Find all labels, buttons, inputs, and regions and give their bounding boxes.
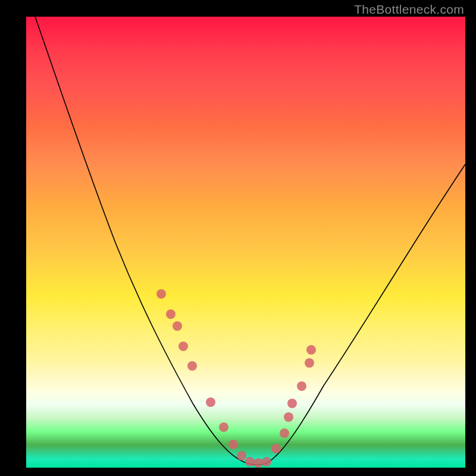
chart-container: TheBottleneck.com — [0, 0, 476, 476]
marker-dot — [219, 422, 228, 432]
marker-dot — [297, 381, 306, 391]
marker-dot — [280, 428, 289, 438]
marker-dot — [228, 440, 238, 449]
marker-dot — [262, 457, 271, 466]
marker-group — [156, 289, 316, 468]
marker-dot — [271, 444, 281, 453]
bottleneck-curve — [35, 17, 465, 465]
marker-dot — [287, 399, 297, 408]
marker-dot — [166, 309, 176, 319]
marker-dot — [306, 345, 316, 355]
marker-dot — [237, 451, 246, 461]
marker-dot — [187, 361, 197, 371]
marker-dot — [245, 457, 255, 466]
marker-dot — [206, 397, 215, 407]
frame-bottom — [0, 468, 476, 476]
marker-dot — [305, 358, 314, 368]
frame-left — [0, 0, 26, 476]
marker-dot — [156, 289, 166, 299]
marker-dot — [173, 321, 182, 331]
chart-svg — [26, 17, 465, 468]
frame-right — [465, 0, 476, 476]
marker-dot — [284, 412, 293, 422]
watermark-text: TheBottleneck.com — [354, 2, 464, 17]
marker-dot — [178, 342, 188, 351]
marker-dot — [253, 458, 263, 468]
